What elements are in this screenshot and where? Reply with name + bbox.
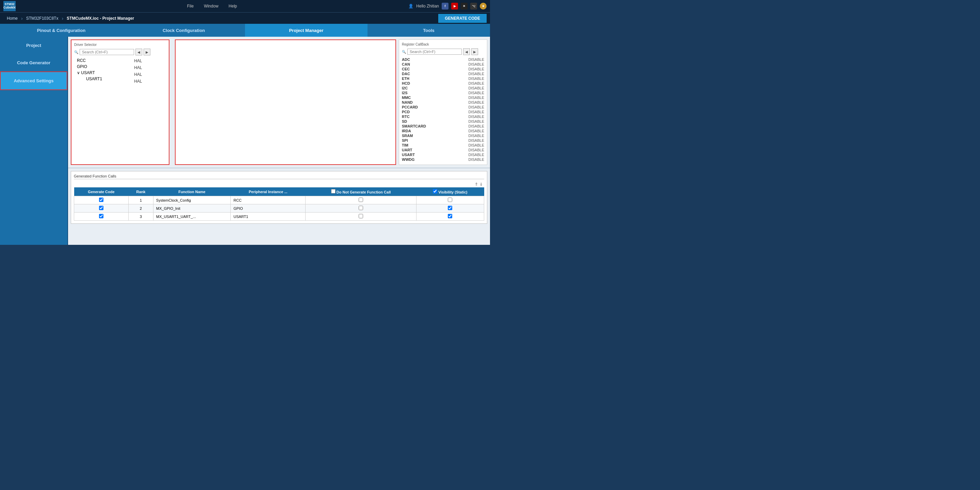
- cell-visibility: [416, 196, 484, 205]
- generate-checkbox-2[interactable]: [99, 214, 103, 218]
- middle-panel: [175, 40, 396, 165]
- generate-checkbox-1[interactable]: [99, 206, 103, 210]
- tree-usart1[interactable]: USART1: [74, 76, 105, 82]
- list-item: IRDADISABLE: [402, 128, 484, 133]
- list-item: DACDISABLE: [402, 71, 484, 76]
- tab-pinout[interactable]: Pinout & Configuration: [0, 24, 123, 37]
- callback-search-icon: 🔍: [402, 50, 406, 54]
- file-menu[interactable]: File: [187, 4, 194, 8]
- list-item: PCCARDDISABLE: [402, 105, 484, 109]
- register-callback-title: Register CallBack: [402, 43, 484, 46]
- sort-up-btn[interactable]: ⇑: [475, 182, 478, 187]
- hal-usart: HAL: [132, 71, 144, 78]
- cell-visibility: [416, 212, 484, 221]
- list-item: USARTDISABLE: [402, 152, 484, 157]
- top-panels: Driver Selector 🔍 ◀ ▶ RCC GPIO ∨ USART U…: [68, 37, 490, 168]
- window-menu[interactable]: Window: [204, 4, 218, 8]
- hal-rcc: HAL: [132, 57, 144, 64]
- user-icon: 👤: [408, 4, 414, 8]
- top-bar: STM32CubeMX File Window Help 👤 Hello Zhi…: [0, 0, 490, 12]
- breadcrumb-home[interactable]: Home: [3, 16, 21, 21]
- user-label: Hello Zhitian: [416, 4, 439, 8]
- twitter-icon[interactable]: ✕: [461, 3, 468, 10]
- driver-search-input[interactable]: [80, 49, 134, 55]
- cell-generate: [74, 196, 129, 205]
- sidebar-item-project[interactable]: Project: [0, 37, 67, 54]
- list-item: MMCDISABLE: [402, 95, 484, 100]
- logo: STM32CubeMX: [3, 1, 16, 11]
- youtube-icon[interactable]: ▶: [451, 3, 458, 10]
- main-layout: Project Code Generator Advanced Settings…: [0, 37, 490, 245]
- visibility-checkbox-0[interactable]: [448, 198, 452, 202]
- tab-tools[interactable]: Tools: [368, 24, 490, 37]
- table-row: 2 MX_GPIO_Init GPIO: [74, 205, 484, 212]
- col-visibility-checkbox[interactable]: [433, 189, 437, 193]
- list-item: CANDISABLE: [402, 62, 484, 67]
- tree-usart[interactable]: ∨ USART: [74, 70, 105, 76]
- col-no-generate: Do Not Generate Function Call: [305, 187, 416, 196]
- callback-search-input[interactable]: [407, 49, 462, 55]
- cell-generate: [74, 205, 129, 212]
- generate-checkbox-0[interactable]: [99, 198, 103, 202]
- tab-clock[interactable]: Clock Configuration: [123, 24, 245, 37]
- list-item: I2SDISABLE: [402, 90, 484, 95]
- col-no-generate-checkbox[interactable]: [331, 189, 336, 193]
- generate-code-button[interactable]: GENERATE CODE: [438, 14, 487, 23]
- list-item: NANDDISABLE: [402, 100, 484, 105]
- list-item: HCDDISABLE: [402, 81, 484, 86]
- visibility-checkbox-1[interactable]: [448, 206, 452, 210]
- driver-selector-panel: Driver Selector 🔍 ◀ ▶ RCC GPIO ∨ USART U…: [71, 40, 169, 165]
- list-item: SRAMDISABLE: [402, 133, 484, 138]
- breadcrumb: Home › STM32F103C8Tx › STMCudeMX.ioc - P…: [0, 12, 490, 24]
- content-area: Driver Selector 🔍 ◀ ▶ RCC GPIO ∨ USART U…: [68, 37, 490, 245]
- cell-no-generate: [305, 205, 416, 212]
- sidebar-item-code-generator[interactable]: Code Generator: [0, 54, 67, 71]
- table-row: 1 SystemClock_Config RCC: [74, 196, 484, 205]
- cell-rank: 3: [128, 212, 153, 221]
- callback-search-row: 🔍 ◀ ▶: [402, 48, 484, 55]
- sidebar-item-advanced-settings[interactable]: Advanced Settings: [0, 71, 67, 90]
- facebook-icon[interactable]: f: [442, 3, 449, 10]
- hal-gpio: HAL: [132, 64, 144, 71]
- breadcrumb-chip[interactable]: STM32F103C8Tx: [23, 16, 62, 21]
- cell-no-generate: [305, 196, 416, 205]
- driver-search-row: 🔍 ◀ ▶: [74, 49, 166, 56]
- callback-search-prev[interactable]: ◀: [463, 48, 470, 55]
- sort-icons: ⇑ ⇓: [74, 181, 484, 187]
- no-generate-checkbox-2[interactable]: [359, 214, 363, 218]
- cell-peripheral: RCC: [231, 196, 305, 205]
- hal-values-column: HAL HAL HAL HAL: [132, 57, 144, 85]
- github-icon[interactable]: ⌥: [470, 3, 477, 10]
- driver-search-prev[interactable]: ◀: [135, 49, 142, 56]
- help-menu[interactable]: Help: [229, 4, 237, 8]
- cell-function-name: SystemClock_Config: [153, 196, 231, 205]
- register-callback-panel: Register CallBack 🔍 ◀ ▶ ADCDISABLECANDIS…: [399, 40, 487, 165]
- list-item: ETHDISABLE: [402, 76, 484, 81]
- tab-project-manager[interactable]: Project Manager: [245, 24, 368, 37]
- tree-rcc[interactable]: RCC: [74, 57, 105, 63]
- table-row: 3 MX_USART1_UART_... USART1: [74, 212, 484, 221]
- tab-bar: Pinout & Configuration Clock Configurati…: [0, 24, 490, 37]
- no-generate-checkbox-1[interactable]: [359, 206, 363, 210]
- breadcrumb-project[interactable]: STMCudeMX.ioc - Project Manager: [63, 16, 137, 21]
- cell-generate: [74, 212, 129, 221]
- sort-down-btn[interactable]: ⇓: [479, 182, 483, 187]
- col-peripheral: Peripheral Instance ...: [231, 187, 305, 196]
- visibility-checkbox-2[interactable]: [448, 214, 452, 218]
- driver-search-next[interactable]: ▶: [143, 49, 150, 56]
- driver-search-icon: 🔍: [74, 50, 78, 54]
- left-sidebar: Project Code Generator Advanced Settings: [0, 37, 68, 245]
- driver-selector-title: Driver Selector: [74, 43, 166, 47]
- tree-gpio[interactable]: GPIO: [74, 63, 105, 70]
- callback-search-next[interactable]: ▶: [471, 48, 478, 55]
- callback-list: ADCDISABLECANDISABLECECDISABLEDACDISABLE…: [402, 57, 484, 162]
- cell-peripheral: GPIO: [231, 205, 305, 212]
- list-item: SMARTCARDDISABLE: [402, 124, 484, 128]
- cell-function-name: MX_GPIO_Init: [153, 205, 231, 212]
- list-item: CECDISABLE: [402, 67, 484, 71]
- no-generate-checkbox-0[interactable]: [359, 198, 363, 202]
- award-icon: ★: [480, 3, 487, 10]
- function-calls-table: Generate Code Rank Function Name Periphe…: [74, 187, 484, 221]
- cell-visibility: [416, 205, 484, 212]
- list-item: WWDGDISABLE: [402, 157, 484, 162]
